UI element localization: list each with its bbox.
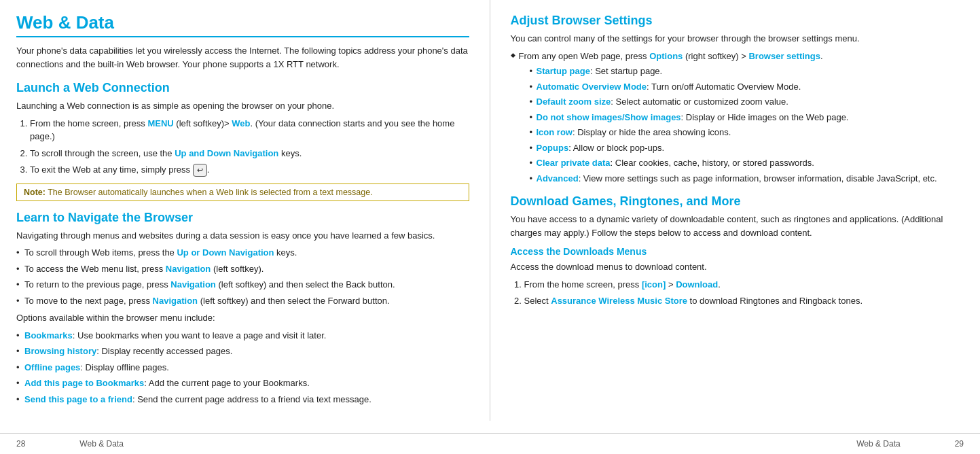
setting-auto-overview: Automatic Overview Mode: Turn on/off Aut… [530,80,960,94]
options-list: Bookmarks: Use bookmarks when you want t… [16,329,469,406]
auto-overview-link[interactable]: Automatic Overview Mode [537,82,647,92]
popups-link[interactable]: Popups [537,143,569,153]
nav-link2[interactable]: Navigation [170,279,215,290]
bookmarks-link[interactable]: Bookmarks [24,330,73,340]
icon-row-link[interactable]: Icon row [537,127,573,137]
main-title: Web & Data [16,12,469,37]
up-down-nav-link[interactable]: Up and Down Navigation [175,148,278,158]
offline-pages-link[interactable]: Offline pages [24,362,80,372]
adjust-main-item: From any open Web page, press Options (r… [511,50,960,186]
nav-link3[interactable]: Navigation [153,296,198,306]
clear-data-link[interactable]: Clear private data [537,158,611,168]
section-adjust-intro: You can control many of the settings for… [511,32,960,46]
menu-link[interactable]: MENU [147,118,173,128]
back-key-icon: ↩ [193,164,207,177]
option-send-page: Send this page to a friend: Send the cur… [16,393,469,406]
section-launch-title: Launch a Web Connection [16,81,469,95]
options-link[interactable]: Options [649,51,683,61]
setting-zoom: Default zoom size: Select automatic or c… [530,95,960,109]
subsection-downloads-menus-intro: Access the download menus to download co… [511,260,960,274]
setting-icon-row: Icon row: Display or hide the area showi… [530,126,960,139]
section-download-intro: You have access to a dynamic variety of … [511,213,960,239]
footer: 28 Web & Data Web & Data 29 [0,433,980,454]
subsection-downloads-menus-title: Access the Downloads Menus [511,246,960,257]
step-1: From the home screen, press MENU (left s… [30,117,469,143]
launch-steps-list: From the home screen, press MENU (left s… [30,117,469,177]
nav-bullet-3: To return to the previous page, press Na… [16,278,469,292]
nav-bullet-4: To move to the next page, press Navigati… [16,294,469,308]
setting-startup: Startup page: Set startup page. [530,65,960,78]
option-offline-pages: Offline pages: Display offline pages. [16,361,469,374]
download-link[interactable]: Download [676,279,718,290]
section-launch-intro: Launching a Web connection is as simple … [16,99,469,113]
option-add-bookmarks: Add this page to Bookmarks: Add the curr… [16,377,469,390]
footer-page-num-left: 28 [16,439,25,449]
setting-popups: Popups: Allow or block pop-ups. [530,141,960,155]
download-step-2: Select Assurance Wireless Music Store to… [524,294,960,308]
up-down-nav-link2[interactable]: Up or Down Navigation [177,247,274,258]
browser-settings-link[interactable]: Browser settings [748,51,820,61]
images-link[interactable]: Do not show images/Show images [537,112,681,122]
navigate-bullets: To scroll through Web items, press the U… [16,246,469,307]
browsing-history-link[interactable]: Browsing history [24,346,96,356]
adjust-main-bullet: From any open Web page, press Options (r… [511,50,960,186]
zoom-link[interactable]: Default zoom size [537,97,611,107]
footer-page-num-right: 29 [955,439,964,449]
nav-bullet-1: To scroll through Web items, press the U… [16,246,469,260]
icon-link[interactable]: [icon] [642,279,666,290]
footer-left: 28 Web & Data [16,439,124,449]
setting-advanced: Advanced: View more settings such as pag… [530,172,960,186]
footer-right: Web & Data 29 [856,439,964,449]
option-browsing-history: Browsing history: Display recently acces… [16,345,469,358]
startup-page-link[interactable]: Startup page [537,66,590,76]
nav-link1[interactable]: Navigation [166,264,211,274]
web-link[interactable]: Web [232,118,250,128]
setting-images: Do not show images/Show images: Display … [530,111,960,124]
intro-paragraph: Your phone's data capabilities let you w… [16,44,469,71]
note-text: The Browser automatically launches when … [48,188,372,197]
add-bookmarks-link[interactable]: Add this page to Bookmarks [24,378,144,388]
footer-section-right: Web & Data [856,439,900,449]
section-navigate-intro: Navigating through menus and websites du… [16,229,469,243]
note-label: Note: [24,188,46,197]
note-box: Note: The Browser automatically launches… [16,184,469,201]
option-bookmarks: Bookmarks: Use bookmarks when you want t… [16,329,469,343]
section-navigate-title: Learn to Navigate the Browser [16,211,469,225]
setting-clear-data: Clear private data: Clear cookies, cache… [530,156,960,170]
options-intro: Options available within the browser men… [16,311,469,325]
browser-settings-sub: Startup page: Set startup page. Automati… [530,65,960,185]
nav-bullet-2: To access the Web menu list, press Navig… [16,262,469,276]
advanced-link[interactable]: Advanced [537,173,579,184]
step-2: To scroll through the screen, use the Up… [30,147,469,160]
download-step-1: From the home screen, press [icon] > Dow… [524,278,960,292]
download-steps-list: From the home screen, press [icon] > Dow… [524,278,960,308]
section-download-title: Download Games, Ringtones, and More [511,194,960,209]
assurance-wireless-link[interactable]: Assurance Wireless Music Store [551,296,687,306]
section-adjust-title: Adjust Browser Settings [511,14,960,28]
footer-section-left: Web & Data [79,439,123,449]
send-page-link[interactable]: Send this page to a friend [24,394,132,404]
step-3: To exit the Web at any time, simply pres… [30,163,469,177]
